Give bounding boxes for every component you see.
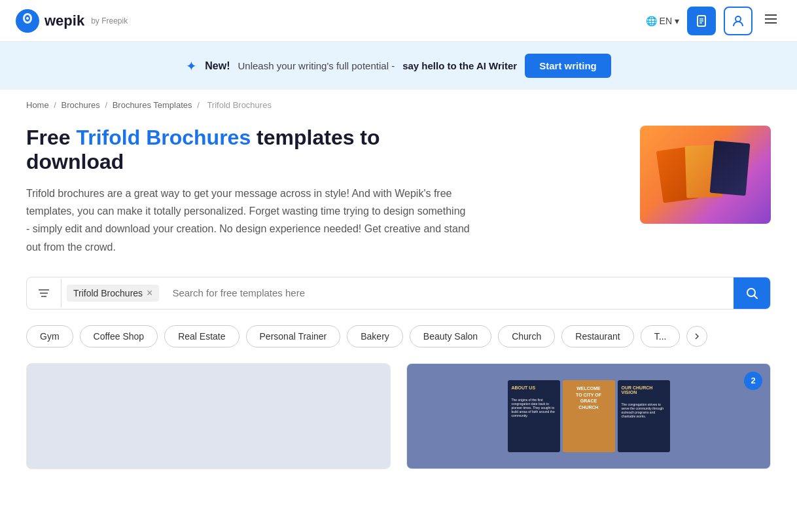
svg-line-16	[754, 295, 758, 298]
hamburger-icon	[763, 11, 779, 27]
document-button[interactable]	[687, 7, 716, 35]
search-button[interactable]	[734, 277, 770, 309]
hero-content: Free Trifold Brochures templates to down…	[26, 126, 471, 256]
search-tag-close[interactable]: ×	[147, 287, 152, 299]
logo-byline: by Freepik	[91, 16, 128, 26]
menu-button[interactable]	[760, 9, 781, 33]
church-panel-1: ABOUT US The origins of the first congre…	[508, 380, 560, 452]
brochure-panel-3	[710, 141, 751, 196]
category-gym[interactable]: Gym	[26, 325, 73, 347]
breadcrumb-brochures[interactable]: Brochures	[62, 100, 100, 110]
filter-icon	[37, 287, 50, 300]
hero-description: Trifold brochures are a great way to get…	[26, 185, 471, 256]
search-input[interactable]	[164, 278, 734, 308]
hero-image	[640, 126, 771, 224]
template-preview-blank	[27, 364, 390, 469]
lang-label: EN	[660, 16, 672, 26]
category-real-estate[interactable]: Real Estate	[164, 325, 239, 347]
search-tag: Trifold Brochures ×	[67, 285, 159, 302]
church-panel-3-desc: The congregation strives to serve the co…	[618, 400, 670, 421]
category-more[interactable]: T...	[641, 325, 681, 347]
page-title: Free Trifold Brochures templates to down…	[26, 126, 471, 174]
filter-button[interactable]	[27, 279, 62, 308]
breadcrumb-sep3: /	[197, 100, 202, 110]
church-panel-3: OUR CHURCH VISION The congregation striv…	[618, 380, 670, 452]
search-icon	[745, 287, 758, 300]
language-selector[interactable]: 🌐 EN ▾	[646, 16, 679, 26]
breadcrumb-home[interactable]: Home	[26, 100, 49, 110]
title-highlight: Trifold Brochures	[76, 126, 251, 149]
category-bakery[interactable]: Bakery	[347, 325, 403, 347]
title-pre: Free	[26, 126, 76, 149]
header-actions: 🌐 EN ▾	[646, 7, 781, 35]
template-preview-church: 2 ABOUT US The origins of the first cong…	[407, 364, 770, 469]
breadcrumb-sep1: /	[54, 100, 58, 110]
category-personal-trainer[interactable]: Personal Trainer	[246, 325, 341, 347]
chevron-down-icon: ▾	[675, 16, 679, 26]
hero-image-inner	[640, 126, 771, 224]
svg-point-3	[26, 17, 29, 20]
search-container: Trifold Brochures ×	[0, 277, 797, 325]
search-tag-label: Trifold Brochures	[73, 288, 143, 298]
logo-wordmark: wepik	[44, 12, 84, 29]
category-church[interactable]: Church	[498, 325, 555, 347]
logo[interactable]: wepik by Freepik	[16, 9, 128, 33]
church-panel-3-text: OUR CHURCH VISION	[618, 380, 670, 400]
promo-banner: ✦ New! Unleash your writing's full poten…	[0, 42, 797, 90]
banner-text: Unleash your writing's full potential -	[238, 60, 395, 71]
template-card-blank[interactable]	[26, 363, 391, 469]
breadcrumb: Home / Brochures / Brochures Templates /…	[0, 90, 797, 115]
svg-point-8	[735, 16, 741, 22]
user-button[interactable]	[724, 7, 753, 35]
church-panel-2-text: WELCOMETO CITY OFGRACECHURCH	[565, 385, 612, 411]
category-coffee-shop[interactable]: Coffee Shop	[80, 325, 158, 347]
template-card-church[interactable]: 2 ABOUT US The origins of the first cong…	[406, 363, 771, 469]
wepik-logo-icon	[16, 9, 39, 33]
breadcrumb-current: Trifold Brochures	[207, 100, 272, 110]
hero-section: Free Trifold Brochures templates to down…	[0, 115, 797, 277]
category-restaurant[interactable]: Restaurant	[561, 325, 633, 347]
category-filters: Gym Coffee Shop Real Estate Personal Tra…	[0, 325, 797, 363]
site-header: wepik by Freepik 🌐 EN ▾	[0, 0, 797, 42]
church-brochure-mockup: ABOUT US The origins of the first congre…	[495, 367, 683, 465]
search-bar: Trifold Brochures ×	[26, 277, 771, 310]
breadcrumb-sep2: /	[105, 100, 109, 110]
church-panel-1-text: ABOUT US	[508, 380, 560, 395]
brochure-mockup	[653, 135, 758, 214]
banner-highlight: say hello to the AI Writer	[402, 60, 517, 71]
church-panel-1-desc: The origins of the first congregation da…	[508, 395, 560, 420]
category-beauty-salon[interactable]: Beauty Salon	[410, 325, 491, 347]
globe-icon: 🌐	[646, 16, 657, 26]
banner-new-label: New!	[205, 60, 230, 72]
chevron-right-icon	[693, 332, 701, 340]
church-panel-2: WELCOMETO CITY OFGRACECHURCH	[563, 380, 615, 452]
start-writing-button[interactable]: Start writing	[525, 54, 611, 78]
sparkle-icon: ✦	[186, 58, 197, 74]
user-icon	[732, 14, 745, 27]
template-badge: 2	[744, 372, 762, 390]
breadcrumb-templates[interactable]: Brochures Templates	[113, 100, 192, 110]
category-next-button[interactable]	[686, 326, 707, 347]
template-grid: 2 ABOUT US The origins of the first cong…	[0, 363, 797, 469]
document-icon	[695, 14, 708, 27]
